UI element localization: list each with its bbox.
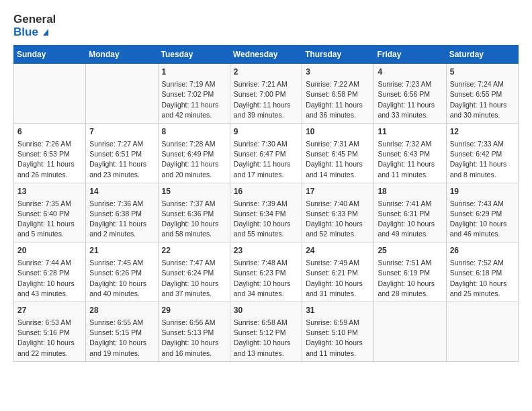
day-number: 26 [450, 245, 515, 257]
calendar-day-cell: 2Sunrise: 7:21 AM Sunset: 7:00 PM Daylig… [230, 64, 302, 124]
calendar-table: SundayMondayTuesdayWednesdayThursdayFrid… [13, 45, 519, 361]
day-number: 30 [234, 305, 298, 316]
calendar-day-cell: 16Sunrise: 7:39 AM Sunset: 6:34 PM Dayli… [230, 183, 302, 242]
day-number: 11 [378, 126, 442, 138]
day-info: Sunrise: 7:40 AM Sunset: 6:33 PM Dayligh… [306, 199, 370, 240]
day-number: 13 [17, 186, 82, 197]
day-info: Sunrise: 7:47 AM Sunset: 6:24 PM Dayligh… [162, 258, 226, 299]
calendar-day-cell: 27Sunrise: 6:53 AM Sunset: 5:16 PM Dayli… [14, 302, 86, 362]
calendar-day-cell: 20Sunrise: 7:44 AM Sunset: 6:28 PM Dayli… [14, 242, 86, 302]
day-number: 3 [306, 66, 370, 78]
calendar-week-row: 20Sunrise: 7:44 AM Sunset: 6:28 PM Dayli… [14, 242, 519, 302]
day-number: 12 [450, 126, 515, 138]
day-info: Sunrise: 6:55 AM Sunset: 5:15 PM Dayligh… [89, 318, 154, 359]
day-number: 29 [162, 305, 226, 316]
day-info: Sunrise: 7:41 AM Sunset: 6:31 PM Dayligh… [378, 199, 442, 240]
day-number: 20 [17, 245, 82, 257]
calendar-day-cell: 19Sunrise: 7:43 AM Sunset: 6:29 PM Dayli… [446, 183, 518, 242]
day-number: 7 [89, 126, 154, 138]
calendar-day-cell: 23Sunrise: 7:48 AM Sunset: 6:23 PM Dayli… [230, 242, 302, 302]
day-info: Sunrise: 7:48 AM Sunset: 6:23 PM Dayligh… [234, 258, 298, 299]
calendar-day-cell: 7Sunrise: 7:27 AM Sunset: 6:51 PM Daylig… [86, 124, 158, 183]
weekday-header: Tuesday [158, 46, 230, 64]
calendar-day-cell: 3Sunrise: 7:22 AM Sunset: 6:58 PM Daylig… [302, 64, 374, 124]
day-info: Sunrise: 6:56 AM Sunset: 5:13 PM Dayligh… [162, 318, 226, 359]
weekday-header: Friday [374, 46, 446, 64]
day-number: 14 [89, 186, 154, 197]
day-number: 25 [378, 245, 442, 257]
day-info: Sunrise: 7:30 AM Sunset: 6:47 PM Dayligh… [234, 139, 298, 180]
calendar-day-cell: 31Sunrise: 6:59 AM Sunset: 5:10 PM Dayli… [302, 302, 374, 362]
calendar-day-cell: 10Sunrise: 7:31 AM Sunset: 6:45 PM Dayli… [302, 124, 374, 183]
day-number: 17 [306, 186, 370, 197]
day-info: Sunrise: 7:28 AM Sunset: 6:49 PM Dayligh… [162, 139, 226, 180]
calendar-day-cell: 11Sunrise: 7:32 AM Sunset: 6:43 PM Dayli… [374, 124, 446, 183]
calendar-day-cell: 14Sunrise: 7:36 AM Sunset: 6:38 PM Dayli… [86, 183, 158, 242]
day-info: Sunrise: 7:35 AM Sunset: 6:40 PM Dayligh… [17, 199, 82, 240]
day-number: 19 [450, 186, 515, 197]
day-number: 1 [162, 66, 226, 78]
day-number: 28 [89, 305, 154, 316]
calendar-day-cell: 8Sunrise: 7:28 AM Sunset: 6:49 PM Daylig… [158, 124, 230, 183]
calendar-week-row: 13Sunrise: 7:35 AM Sunset: 6:40 PM Dayli… [14, 183, 519, 242]
day-info: Sunrise: 6:53 AM Sunset: 5:16 PM Dayligh… [17, 318, 82, 359]
day-info: Sunrise: 7:33 AM Sunset: 6:42 PM Dayligh… [450, 139, 515, 180]
calendar-day-cell: 6Sunrise: 7:26 AM Sunset: 6:53 PM Daylig… [14, 124, 86, 183]
calendar-day-cell: 17Sunrise: 7:40 AM Sunset: 6:33 PM Dayli… [302, 183, 374, 242]
calendar-week-row: 6Sunrise: 7:26 AM Sunset: 6:53 PM Daylig… [14, 124, 519, 183]
day-number: 31 [306, 305, 370, 316]
day-number: 2 [234, 66, 298, 78]
calendar-day-cell: 18Sunrise: 7:41 AM Sunset: 6:31 PM Dayli… [374, 183, 446, 242]
calendar-day-cell: 12Sunrise: 7:33 AM Sunset: 6:42 PM Dayli… [446, 124, 518, 183]
day-number: 6 [17, 126, 82, 138]
calendar-day-cell: 29Sunrise: 6:56 AM Sunset: 5:13 PM Dayli… [158, 302, 230, 362]
day-info: Sunrise: 7:24 AM Sunset: 6:55 PM Dayligh… [450, 79, 515, 120]
calendar-day-cell: 25Sunrise: 7:51 AM Sunset: 6:19 PM Dayli… [374, 242, 446, 302]
weekday-header-row: SundayMondayTuesdayWednesdayThursdayFrid… [14, 46, 519, 64]
day-number: 27 [17, 305, 82, 316]
day-info: Sunrise: 6:58 AM Sunset: 5:12 PM Dayligh… [234, 318, 298, 359]
calendar-day-cell [14, 64, 86, 124]
day-info: Sunrise: 7:43 AM Sunset: 6:29 PM Dayligh… [450, 199, 515, 240]
day-info: Sunrise: 7:19 AM Sunset: 7:02 PM Dayligh… [162, 79, 226, 120]
day-info: Sunrise: 7:45 AM Sunset: 6:26 PM Dayligh… [89, 258, 154, 299]
calendar-week-row: 27Sunrise: 6:53 AM Sunset: 5:16 PM Dayli… [14, 302, 519, 362]
day-info: Sunrise: 7:39 AM Sunset: 6:34 PM Dayligh… [234, 199, 298, 240]
day-number: 16 [234, 186, 298, 197]
day-info: Sunrise: 7:27 AM Sunset: 6:51 PM Dayligh… [89, 139, 154, 180]
day-number: 23 [234, 245, 298, 257]
day-info: Sunrise: 6:59 AM Sunset: 5:10 PM Dayligh… [306, 318, 370, 359]
day-info: Sunrise: 7:23 AM Sunset: 6:56 PM Dayligh… [378, 79, 442, 120]
calendar-day-cell: 1Sunrise: 7:19 AM Sunset: 7:02 PM Daylig… [158, 64, 230, 124]
calendar-day-cell: 9Sunrise: 7:30 AM Sunset: 6:47 PM Daylig… [230, 124, 302, 183]
day-info: Sunrise: 7:49 AM Sunset: 6:21 PM Dayligh… [306, 258, 370, 299]
calendar-week-row: 1Sunrise: 7:19 AM Sunset: 7:02 PM Daylig… [14, 64, 519, 124]
logo: General Blue [13, 13, 56, 38]
weekday-header: Saturday [446, 46, 518, 64]
day-number: 18 [378, 186, 442, 197]
page-header: General Blue [13, 13, 519, 38]
day-info: Sunrise: 7:26 AM Sunset: 6:53 PM Dayligh… [17, 139, 82, 180]
day-info: Sunrise: 7:44 AM Sunset: 6:28 PM Dayligh… [17, 258, 82, 299]
calendar-day-cell: 24Sunrise: 7:49 AM Sunset: 6:21 PM Dayli… [302, 242, 374, 302]
day-number: 4 [378, 66, 442, 78]
calendar-day-cell: 22Sunrise: 7:47 AM Sunset: 6:24 PM Dayli… [158, 242, 230, 302]
weekday-header: Thursday [302, 46, 374, 64]
weekday-header: Sunday [14, 46, 86, 64]
day-number: 15 [162, 186, 226, 197]
calendar-day-cell: 13Sunrise: 7:35 AM Sunset: 6:40 PM Dayli… [14, 183, 86, 242]
day-info: Sunrise: 7:31 AM Sunset: 6:45 PM Dayligh… [306, 139, 370, 180]
weekday-header: Wednesday [230, 46, 302, 64]
calendar-day-cell [446, 302, 518, 362]
day-info: Sunrise: 7:36 AM Sunset: 6:38 PM Dayligh… [89, 199, 154, 240]
weekday-header: Monday [86, 46, 158, 64]
day-info: Sunrise: 7:21 AM Sunset: 7:00 PM Dayligh… [234, 79, 298, 120]
day-number: 10 [306, 126, 370, 138]
calendar-day-cell: 21Sunrise: 7:45 AM Sunset: 6:26 PM Dayli… [86, 242, 158, 302]
day-number: 24 [306, 245, 370, 257]
calendar-day-cell [374, 302, 446, 362]
calendar-day-cell: 15Sunrise: 7:37 AM Sunset: 6:36 PM Dayli… [158, 183, 230, 242]
day-number: 22 [162, 245, 226, 257]
day-info: Sunrise: 7:37 AM Sunset: 6:36 PM Dayligh… [162, 199, 226, 240]
calendar-day-cell: 30Sunrise: 6:58 AM Sunset: 5:12 PM Dayli… [230, 302, 302, 362]
